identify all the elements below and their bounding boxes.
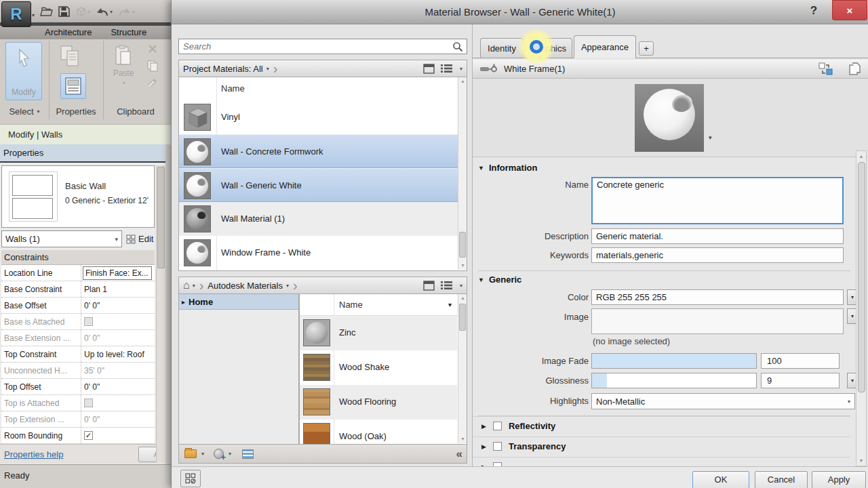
reflectivity-section[interactable]: ▶ Reflectivity bbox=[473, 416, 850, 435]
description-field[interactable] bbox=[591, 228, 844, 244]
color-field[interactable] bbox=[591, 289, 844, 305]
transparency-checkbox[interactable] bbox=[493, 442, 502, 451]
sync-caret-icon: ▾ bbox=[87, 9, 90, 15]
library-breadcrumb-label[interactable]: Autodesk Materials bbox=[208, 281, 283, 291]
collapse-panel-icon[interactable]: « bbox=[456, 447, 461, 461]
scrollbar-thumb[interactable] bbox=[459, 304, 466, 331]
scroll-up-icon[interactable]: ▲ bbox=[856, 152, 866, 161]
save-button[interactable] bbox=[57, 5, 71, 18]
palette-scrollbar[interactable] bbox=[156, 165, 165, 462]
library-row[interactable]: Wood Flooring bbox=[300, 385, 457, 420]
sort-caret-icon[interactable]: ▾ bbox=[448, 301, 452, 308]
tab-architecture[interactable]: Architecture bbox=[35, 26, 101, 39]
glossiness-value[interactable]: 9 bbox=[761, 373, 840, 388]
collapsed-section-partial[interactable]: ▶ bbox=[473, 457, 850, 466]
properties-panel-label[interactable]: Properties bbox=[49, 103, 103, 119]
library-row[interactable]: Zinc bbox=[300, 316, 457, 350]
property-row: Top is Attached bbox=[1, 395, 155, 411]
scrollbar-thumb[interactable] bbox=[459, 232, 466, 258]
library-list-header[interactable]: Name ▾ bbox=[300, 294, 467, 316]
options-grid-button[interactable] bbox=[180, 470, 201, 487]
material-row[interactable]: Window Frame - White bbox=[179, 236, 467, 270]
scroll-down-icon[interactable]: ▼ bbox=[458, 262, 467, 270]
materials-list-header[interactable]: Name bbox=[179, 77, 467, 100]
preview-options-caret-icon[interactable]: ▾ bbox=[709, 134, 712, 141]
show-preview-icon[interactable] bbox=[423, 281, 435, 291]
project-list-scrollbar[interactable]: ▲ ▼ bbox=[458, 77, 467, 270]
name-field[interactable]: Concrete generic bbox=[591, 177, 844, 224]
constraints-section-header[interactable]: Constraints bbox=[1, 250, 155, 265]
duplicate-asset-icon[interactable] bbox=[848, 62, 862, 76]
application-menu-button[interactable]: R bbox=[1, 1, 31, 27]
material-row[interactable]: Wall Material (1) bbox=[179, 202, 467, 236]
tree-item-home[interactable]: ▸ Home bbox=[179, 294, 298, 310]
properties-palette-button[interactable] bbox=[60, 73, 86, 99]
material-preview-area: ▾ bbox=[473, 79, 868, 157]
add-tab-button[interactable]: + bbox=[639, 41, 654, 56]
scroll-up-icon[interactable]: ▲ bbox=[458, 294, 467, 302]
properties-help-link[interactable]: Properties help bbox=[4, 449, 63, 460]
select-panel-label[interactable]: Select ▾ bbox=[0, 103, 49, 119]
slider-fill bbox=[592, 354, 756, 368]
project-materials-list: Name Vinyl Wall - Concrete Formwork W bbox=[178, 77, 467, 271]
scrollbar-thumb[interactable] bbox=[858, 162, 865, 392]
replace-asset-icon[interactable] bbox=[818, 62, 833, 76]
transparency-section[interactable]: ▶ Transparency bbox=[473, 436, 850, 455]
material-row-vinyl[interactable]: Vinyl bbox=[179, 100, 467, 134]
tab-structure[interactable]: Structure bbox=[101, 26, 156, 39]
clipboard-panel-label[interactable]: Clipboard bbox=[103, 103, 168, 119]
scroll-down-icon[interactable]: ▼ bbox=[856, 456, 866, 465]
image-fade-slider[interactable] bbox=[591, 353, 757, 369]
scroll-up-icon[interactable]: ▲ bbox=[458, 77, 467, 85]
tab-appearance[interactable]: Appearance bbox=[574, 35, 636, 58]
search-input[interactable] bbox=[179, 41, 452, 52]
view-list-icon[interactable] bbox=[440, 64, 454, 73]
scroll-down-icon[interactable]: ▼ bbox=[458, 435, 467, 443]
tree-expand-icon[interactable]: ▸ bbox=[182, 298, 185, 306]
show-preview-icon[interactable] bbox=[423, 64, 435, 74]
image-fade-value[interactable]: 100 bbox=[761, 353, 840, 369]
library-row[interactable]: Wood (Oak) bbox=[300, 420, 457, 445]
material-row-selected[interactable]: Wall - Generic White bbox=[179, 168, 467, 202]
tab-graphics[interactable]: Graphics bbox=[525, 38, 572, 58]
properties-palette-header: Properties bbox=[0, 144, 165, 163]
color-options-button[interactable]: ▾ bbox=[847, 289, 856, 305]
material-thumbnail-sphere bbox=[184, 138, 211, 165]
ok-button[interactable]: OK bbox=[692, 471, 749, 488]
library-row[interactable]: Wood Shake bbox=[300, 350, 457, 385]
dialog-titlebar[interactable]: Material Browser - Wall - Generic White(… bbox=[172, 0, 868, 24]
project-materials-label[interactable]: Project Materials: All bbox=[183, 64, 263, 74]
section-expanded-icon: ▼ bbox=[478, 165, 484, 171]
material-preview-image[interactable] bbox=[635, 84, 704, 152]
checkbox-checked[interactable]: ✓ bbox=[84, 431, 93, 440]
glossiness-slider[interactable] bbox=[591, 373, 757, 388]
close-button[interactable]: × bbox=[832, 0, 867, 20]
palette-scrollbar-thumb[interactable] bbox=[157, 167, 165, 268]
grid-options-icon bbox=[185, 473, 196, 484]
generic-section-header[interactable]: ▼ Generic bbox=[478, 274, 521, 285]
undo-button[interactable]: ▾ bbox=[94, 6, 114, 18]
keywords-field[interactable] bbox=[591, 247, 844, 263]
home-icon[interactable]: ⌂ bbox=[183, 279, 190, 291]
create-material-button[interactable] bbox=[214, 449, 224, 459]
view-list-icon[interactable] bbox=[440, 281, 454, 290]
information-section-header[interactable]: ▼ Information bbox=[478, 163, 537, 173]
image-field[interactable] bbox=[591, 308, 844, 334]
reflectivity-checkbox[interactable] bbox=[493, 422, 502, 430]
appearance-scrollbar[interactable]: ▲ ▼ bbox=[856, 150, 867, 466]
open-asset-browser-button[interactable] bbox=[242, 449, 254, 459]
library-list-scrollbar[interactable]: ▲ ▼ bbox=[458, 294, 467, 443]
modify-label: Modify bbox=[12, 87, 35, 97]
open-button[interactable] bbox=[38, 5, 54, 18]
open-library-button[interactable] bbox=[184, 449, 197, 458]
element-selector-dropdown[interactable]: Walls (1) ▾ bbox=[1, 230, 122, 247]
help-button[interactable]: ? bbox=[806, 4, 821, 19]
image-options-button[interactable]: ▾ bbox=[847, 308, 856, 324]
material-row-selected[interactable]: Wall - Concrete Formwork bbox=[179, 134, 467, 168]
glossiness-options-button[interactable]: ▾ bbox=[847, 373, 856, 388]
tab-identity[interactable]: Identity bbox=[480, 38, 524, 58]
cancel-button[interactable]: Cancel bbox=[755, 471, 808, 488]
apply-button[interactable]: Apply bbox=[812, 471, 866, 488]
highlights-select[interactable]: Non-Metallic ▾ bbox=[591, 393, 855, 409]
type-selector[interactable]: Basic Wall 0 Generic - Exterior 12' bbox=[1, 165, 155, 228]
